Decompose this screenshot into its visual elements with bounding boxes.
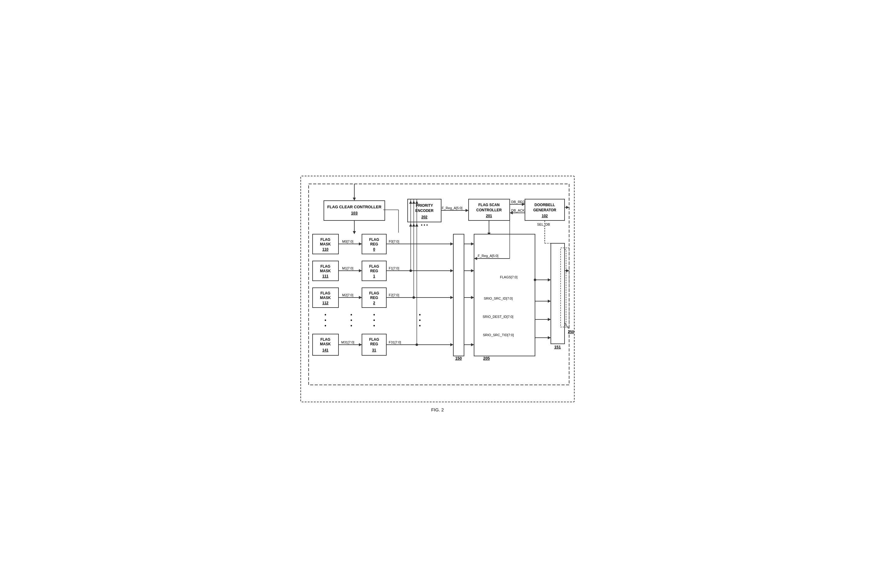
fm1-ref: 111 [322,274,328,278]
fm-last-label2: MASK [320,342,331,346]
fm-dots2: • [325,318,326,323]
fr2-label2: REG [370,296,378,300]
m31-label: M31[7:0] [341,340,354,344]
f0-label: F0[7:0] [389,240,399,243]
fm2-label1: FLAG [320,291,331,296]
m2-label: M2[7:0] [342,293,353,297]
dbg-ref: 102 [542,214,548,218]
srio-src-id-label: SRIO_SRC_ID[7:0] [484,297,513,300]
svg-marker-36 [450,242,453,245]
fsc-label1: FLAG SCAN [478,203,500,207]
svg-marker-45 [450,296,453,299]
fr2-ref: 2 [373,301,375,305]
fm0-label2: MASK [320,242,331,246]
svg-marker-70 [471,269,474,272]
fr-last-label2: REG [370,342,378,346]
block151-ref: 151 [554,345,561,349]
svg-marker-72 [471,296,474,299]
svg-marker-27 [359,296,362,299]
fr0-label1: FLAG [369,237,379,242]
svg-rect-92 [565,249,566,326]
svg-marker-12 [566,206,569,209]
f-reg-a-mid-label: F_Reg_A[5:0] [478,254,498,258]
f-reg-a-top-label: F_Reg_A[5:0] [442,206,463,210]
fr1-label2: REG [370,269,378,273]
fm-dots3: • [325,323,326,328]
svg-marker-25 [359,269,362,272]
f-dots2: • [419,318,421,323]
fm0-ref: 110 [322,247,328,252]
srio-dest-id-label: SRIO_DEST_ID[7:0] [483,315,513,318]
fr2-label1: FLAG [369,291,379,296]
pe-dots: • • • [421,223,428,228]
svg-marker-82 [548,300,551,303]
svg-marker-79 [548,278,551,281]
fr0-label2: REG [370,242,378,246]
fr0-ref: 0 [373,247,375,252]
diagram-svg: FLAG CLEAR CONTROLLER 103 PRIORITY ENCOD… [307,182,572,396]
m-dots1: • [350,312,352,317]
f1-label: F1[7:0] [389,267,399,270]
svg-marker-74 [471,343,474,346]
m-dots3: • [350,323,352,328]
pe-label2: ENCODER [415,208,433,213]
svg-marker-49 [450,343,453,346]
block250-ref: 250 [568,330,574,334]
pe-ref: 202 [421,215,427,219]
svg-rect-87 [551,243,565,344]
fr-last-ref: 31 [372,348,376,352]
svg-marker-53 [412,224,415,226]
m0-label: M0[7:0] [342,240,353,243]
fm-dots1: • [325,312,326,317]
sel-db-label: SEL_DB [537,223,550,226]
m1-label: M1[7:0] [342,267,353,270]
db-req-label: DB_REQ [511,200,525,204]
fr-dots2: • [373,318,375,323]
f2-label: F2[7:0] [389,293,399,297]
svg-marker-63 [466,209,469,212]
fm0-label1: FLAG [320,237,331,242]
fr-dots1: • [373,312,375,317]
fsc-ref: 201 [486,214,492,218]
block205-ref: 205 [483,356,490,360]
flags-label: FLAGS[7:0] [500,275,517,279]
fr-dots3: • [373,323,375,328]
fr1-label1: FLAG [369,264,379,268]
fm-last-label1: FLAG [320,338,331,342]
f31-label: F31[7:0] [389,340,401,344]
svg-rect-66 [474,234,535,356]
figure-caption: FIG. 2 [301,407,574,412]
db-ack-label: DB_ACK [511,208,525,212]
svg-marker-51 [409,224,412,226]
svg-marker-84 [548,318,551,321]
fcc-ref: 103 [351,211,358,215]
fm2-label2: MASK [320,296,331,300]
diagram-wrapper: FLAG CLEAR CONTROLLER 103 PRIORITY ENCOD… [307,182,572,396]
svg-marker-55 [415,224,418,226]
fr-last-label1: FLAG [369,338,379,342]
fcc-label: FLAG CLEAR CONTROLLER [327,205,382,209]
diagram-container: FLAG CLEAR CONTROLLER 103 PRIORITY ENCOD… [301,176,574,402]
svg-marker-23 [359,242,362,245]
svg-marker-41 [450,269,453,272]
fm-last-ref: 141 [322,348,328,352]
svg-marker-86 [548,336,551,339]
f-dots3: • [419,323,421,328]
fm2-ref: 112 [322,301,328,305]
fm1-label2: MASK [320,269,331,273]
f-dots1: • [419,312,421,317]
svg-marker-29 [359,343,362,346]
srio-src-tid-label: SRIO_SRC_TID[7:0] [483,333,514,337]
m-dots2: • [350,318,352,323]
fsc-label2: CONTROLLER [476,208,502,212]
svg-point-80 [534,279,536,281]
svg-rect-34 [453,234,464,356]
pe-label1: PRIORITY [416,203,433,208]
mux-ref: 150 [455,356,462,360]
fm1-label1: FLAG [320,264,331,268]
svg-marker-2 [353,198,356,201]
dbg-label2: GENERATOR [533,208,556,212]
svg-marker-15 [353,231,356,234]
svg-marker-89 [566,269,569,272]
dbg-label1: DOORBELL [534,203,555,207]
